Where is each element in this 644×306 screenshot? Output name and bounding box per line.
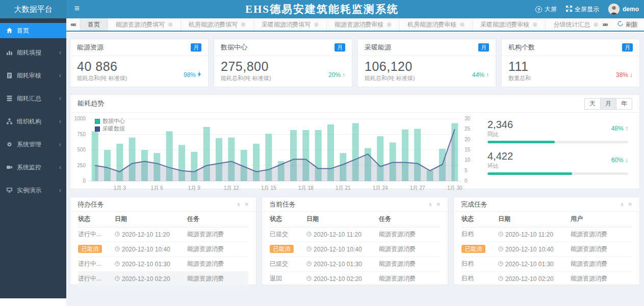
app-logo[interactable]: 大数据平台 bbox=[0, 0, 66, 18]
trend-down-icon: ↓ bbox=[625, 157, 628, 164]
completed-tasks-panel: 完成任务 ∧✕ 状态 日期 用户 归档 2020-12-10 11:20 能源资… bbox=[453, 197, 640, 285]
range-day-button[interactable]: 天 bbox=[584, 98, 601, 110]
collapse-icon[interactable]: ∧ bbox=[620, 201, 624, 207]
tab-heating-fill[interactable]: 采暖能源消费填写⊗ bbox=[254, 18, 327, 31]
video-camera-icon bbox=[6, 164, 13, 170]
mom-progress-track bbox=[487, 172, 628, 175]
tab-level-summary[interactable]: 分级统计汇总⊗ bbox=[546, 18, 598, 31]
range-year-button[interactable]: 年 bbox=[616, 98, 632, 110]
chevron-left-icon: ‹ bbox=[59, 114, 61, 129]
bar-line-chart: 025050075010000510152025301月 31月 61月 91月… bbox=[70, 115, 484, 195]
table-row[interactable]: 已提交 2020-12-10 01:30 能源资源消费 bbox=[270, 257, 440, 271]
collapse-icon[interactable]: ∧ bbox=[428, 201, 432, 207]
clock-icon bbox=[306, 275, 312, 283]
sidebar-item-label: 实例演示 bbox=[17, 183, 41, 198]
sidebar-item-demo[interactable]: 实例演示 ‹ bbox=[0, 183, 66, 198]
table-row[interactable]: 归档 2020-12-10 11:20 能源资源消费 bbox=[461, 227, 632, 242]
refresh-label: 刷新 bbox=[626, 20, 638, 29]
close-icon[interactable]: ⊗ bbox=[241, 21, 246, 28]
fullscreen-button[interactable]: 全屏显示 bbox=[566, 5, 599, 14]
table-row[interactable]: 退回 2020-12-10 02:20 能源资源消费 bbox=[270, 271, 440, 286]
sidebar-item-energy-report[interactable]: 能耗填报 ‹ bbox=[0, 45, 66, 60]
username: demo bbox=[623, 6, 639, 13]
close-icon[interactable]: ⊗ bbox=[532, 21, 537, 28]
trend-up-icon: ↑ bbox=[342, 71, 345, 79]
sidebar-item-organization[interactable]: 组织机构 ‹ bbox=[0, 114, 66, 129]
sidebar-item-energy-summary[interactable]: 能耗汇总 ‹ bbox=[0, 91, 66, 106]
tab-heating-audit[interactable]: 采暖能源消费审核⊗ bbox=[473, 18, 546, 31]
card-title: 能源资源 bbox=[77, 39, 104, 56]
sidebar-item-home[interactable]: 首页 bbox=[0, 23, 66, 38]
yoy-progress-fill bbox=[487, 141, 555, 143]
stat-card-data-center: 数据中心 月 275,800 能耗总和(吨 标准煤) 20% ↑ bbox=[214, 39, 352, 87]
user-menu[interactable]: demo bbox=[608, 4, 639, 15]
question-circle-icon: ? bbox=[535, 6, 542, 13]
table-row[interactable]: 进行中... 2020-12-10 02:20 能源资源消费 bbox=[78, 271, 248, 286]
refresh-button[interactable]: 刷新 bbox=[611, 20, 644, 29]
big-screen-label: 大屏 bbox=[545, 5, 557, 14]
table-row[interactable]: 已取消 2020-12-10 10:40 能源资源消费 bbox=[78, 242, 248, 257]
chevron-left-icon: ‹ bbox=[59, 68, 61, 83]
month-badge[interactable]: 月 bbox=[622, 43, 633, 52]
mom-label: 环比 bbox=[487, 162, 628, 170]
chart-legend: 数据中心 采暖数据 bbox=[95, 117, 125, 133]
range-month-button[interactable]: 月 bbox=[600, 98, 616, 110]
energy-trend-chart: 025050075010000510152025301月 31月 61月 91月… bbox=[70, 113, 484, 188]
month-badge[interactable]: 月 bbox=[334, 43, 345, 52]
tabs-scroll-left-icon[interactable]: «« bbox=[66, 18, 80, 31]
clock-icon bbox=[115, 231, 120, 238]
current-tasks-table: 状态 日期 任务 已提交 2020-12-10 11:20 能源资源消费 已取消… bbox=[270, 212, 440, 287]
svg-text:10: 10 bbox=[465, 157, 471, 163]
collapse-icon[interactable]: ∧ bbox=[237, 201, 240, 207]
sidebar-item-system-monitor[interactable]: 系统监控 ‹ bbox=[0, 160, 66, 175]
svg-text:1月 21: 1月 21 bbox=[336, 185, 351, 191]
table-row[interactable]: 进行中... 2020-12-10 01:30 能源资源消费 bbox=[78, 257, 248, 271]
trend-side-stats: 2,346 同比 48% ↑ 4,422 环比 60% ↓ bbox=[484, 113, 639, 188]
close-icon[interactable]: ⊗ bbox=[314, 21, 319, 28]
range-button-group: 天 月 年 bbox=[585, 98, 632, 110]
close-icon[interactable]: ✕ bbox=[245, 201, 249, 207]
clock-icon bbox=[498, 261, 503, 268]
svg-text:250: 250 bbox=[77, 163, 86, 168]
fullscreen-label: 全屏显示 bbox=[575, 5, 599, 14]
table-row[interactable]: 已取消 2020-12-10 10:40 能源资源消费 bbox=[461, 242, 632, 257]
sidebar-item-energy-audit[interactable]: 能耗审核 ‹ bbox=[0, 68, 66, 83]
svg-text:1月 30: 1月 30 bbox=[447, 185, 462, 191]
close-icon[interactable]: ⊗ bbox=[459, 21, 465, 28]
tab-server-room-audit[interactable]: 机房能源消费审核⊗ bbox=[400, 18, 473, 31]
tab-energy-resource-audit[interactable]: 能源资源消费审核⊗ bbox=[327, 18, 400, 31]
tab-home[interactable]: 首页 bbox=[80, 18, 108, 31]
svg-text:15: 15 bbox=[465, 147, 471, 152]
status-badge: 已取消 bbox=[461, 245, 485, 253]
sidebar-item-label: 能耗填报 bbox=[17, 45, 41, 60]
tab-server-room-fill[interactable]: 机房能源消费填写⊗ bbox=[181, 18, 254, 31]
table-row[interactable]: 进行中... 2020-12-10 11:20 能源资源消费 bbox=[78, 227, 248, 242]
table-row[interactable]: 已提交 2020-12-10 11:20 能源资源消费 bbox=[270, 227, 440, 242]
svg-text:1月 3: 1月 3 bbox=[114, 185, 126, 191]
close-icon[interactable]: ⊗ bbox=[168, 21, 173, 28]
sidebar-item-label: 系统监控 bbox=[17, 160, 41, 175]
avatar bbox=[608, 4, 620, 15]
big-screen-link[interactable]: ? 大屏 bbox=[535, 5, 557, 14]
table-row[interactable]: 归档 2020-12-10 01:30 能源资源消费 bbox=[461, 257, 632, 271]
table-row[interactable]: 已取消 2020-12-10 10:40 能源资源消费 bbox=[270, 242, 440, 257]
sidebar-toggle-icon[interactable]: ≡ bbox=[66, 0, 88, 18]
table-row[interactable]: 归档 2020-12-10 02:20 能源资源消费 bbox=[461, 271, 632, 286]
tab-energy-resource-fill[interactable]: 能源资源消费填写⊗ bbox=[108, 18, 181, 31]
gear-icon bbox=[6, 141, 13, 147]
close-icon[interactable]: ⊗ bbox=[593, 21, 598, 28]
month-badge[interactable]: 月 bbox=[478, 43, 489, 52]
stat-card-org-count: 机构个数 月 111 数量总和 38% ↓ bbox=[501, 39, 640, 87]
close-icon[interactable]: ✕ bbox=[436, 201, 441, 207]
legend-label: 采暖数据 bbox=[102, 125, 125, 133]
svg-text:1月 15: 1月 15 bbox=[261, 185, 276, 191]
svg-text:1月 18: 1月 18 bbox=[298, 185, 314, 191]
chevron-left-icon: ‹ bbox=[59, 137, 61, 152]
tabs-scroll-right-icon[interactable]: »» bbox=[598, 18, 611, 31]
trend-down-icon: ↓ bbox=[630, 71, 633, 79]
close-icon[interactable]: ⊗ bbox=[387, 21, 392, 28]
sidebar-item-system-admin[interactable]: 系统管理 ‹ bbox=[0, 137, 66, 152]
chevron-left-icon: ‹ bbox=[59, 91, 61, 106]
close-icon[interactable]: ✕ bbox=[628, 201, 632, 207]
month-badge[interactable]: 月 bbox=[191, 43, 201, 52]
